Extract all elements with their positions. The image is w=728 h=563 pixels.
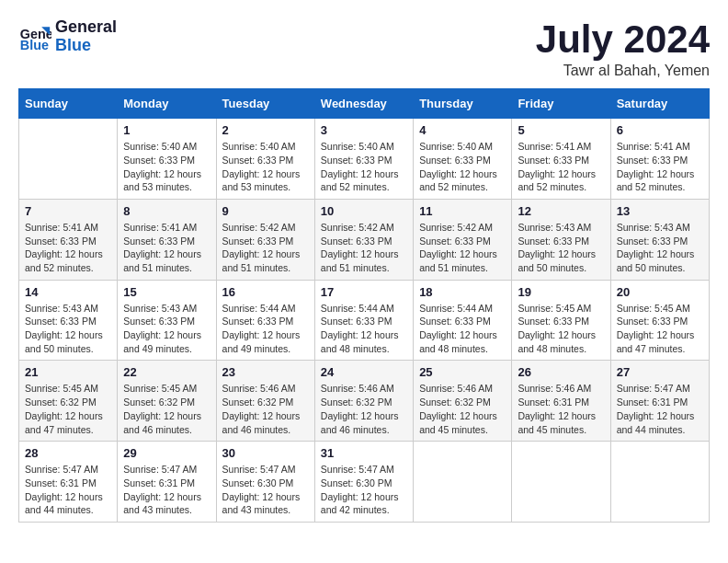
day-number: 27 [617,365,703,379]
cell-week4-day4: 24Sunrise: 5:46 AMSunset: 6:32 PMDayligh… [314,361,413,442]
day-number: 22 [123,365,210,379]
day-info: Sunrise: 5:47 AMSunset: 6:30 PMDaylight:… [222,463,309,517]
day-info: Sunrise: 5:40 AMSunset: 6:33 PMDaylight:… [419,140,506,194]
day-number: 15 [123,285,210,299]
day-number: 7 [25,204,111,218]
day-info: Sunrise: 5:47 AMSunset: 6:31 PMDaylight:… [123,463,210,517]
day-number: 24 [321,365,407,379]
cell-week3-day1: 14Sunrise: 5:43 AMSunset: 6:33 PMDayligh… [19,280,118,361]
day-info: Sunrise: 5:41 AMSunset: 6:33 PMDaylight:… [123,221,210,275]
day-info: Sunrise: 5:46 AMSunset: 6:31 PMDaylight:… [518,382,604,436]
day-info: Sunrise: 5:45 AMSunset: 6:33 PMDaylight:… [518,302,604,356]
day-info: Sunrise: 5:41 AMSunset: 6:33 PMDaylight:… [617,140,703,194]
cell-week2-day4: 10Sunrise: 5:42 AMSunset: 6:33 PMDayligh… [314,199,413,280]
day-info: Sunrise: 5:41 AMSunset: 6:33 PMDaylight:… [518,140,604,194]
header-day-monday: Monday [118,89,216,119]
logo-blue: Blue [55,37,117,55]
day-number: 18 [419,285,506,299]
day-info: Sunrise: 5:40 AMSunset: 6:33 PMDaylight:… [222,140,309,194]
cell-week2-day6: 12Sunrise: 5:43 AMSunset: 6:33 PMDayligh… [512,199,610,280]
day-info: Sunrise: 5:40 AMSunset: 6:33 PMDaylight:… [321,140,407,194]
day-number: 25 [419,365,506,379]
day-info: Sunrise: 5:43 AMSunset: 6:33 PMDaylight:… [617,221,703,275]
day-info: Sunrise: 5:40 AMSunset: 6:33 PMDaylight:… [123,140,210,194]
cell-week1-day1 [19,119,118,200]
day-number: 20 [617,285,703,299]
cell-week5-day3: 30Sunrise: 5:47 AMSunset: 6:30 PMDayligh… [216,442,314,523]
header: General Blue General Blue July 2024 Tawr… [18,18,710,79]
week-row-4: 21Sunrise: 5:45 AMSunset: 6:32 PMDayligh… [19,361,710,442]
day-info: Sunrise: 5:45 AMSunset: 6:32 PMDaylight:… [25,382,111,436]
day-info: Sunrise: 5:47 AMSunset: 6:30 PMDaylight:… [321,463,407,517]
logo-icon: General Blue [18,20,51,53]
day-number: 2 [222,123,309,137]
header-day-saturday: Saturday [610,89,709,119]
day-info: Sunrise: 5:46 AMSunset: 6:32 PMDaylight:… [321,382,407,436]
day-number: 28 [25,446,111,460]
day-number: 9 [222,204,309,218]
day-number: 11 [419,204,506,218]
cell-week4-day7: 27Sunrise: 5:47 AMSunset: 6:31 PMDayligh… [610,361,709,442]
day-info: Sunrise: 5:44 AMSunset: 6:33 PMDaylight:… [321,302,407,356]
cell-week1-day5: 4Sunrise: 5:40 AMSunset: 6:33 PMDaylight… [414,119,512,200]
cell-week4-day2: 22Sunrise: 5:45 AMSunset: 6:32 PMDayligh… [118,361,216,442]
cell-week1-day3: 2Sunrise: 5:40 AMSunset: 6:33 PMDaylight… [216,119,314,200]
cell-week3-day4: 17Sunrise: 5:44 AMSunset: 6:33 PMDayligh… [314,280,413,361]
day-number: 21 [25,365,111,379]
day-info: Sunrise: 5:41 AMSunset: 6:33 PMDaylight:… [25,221,111,275]
day-info: Sunrise: 5:46 AMSunset: 6:32 PMDaylight:… [419,382,506,436]
cell-week3-day6: 19Sunrise: 5:45 AMSunset: 6:33 PMDayligh… [512,280,610,361]
day-info: Sunrise: 5:44 AMSunset: 6:33 PMDaylight:… [222,302,309,356]
day-number: 10 [321,204,407,218]
logo-general: General [55,18,117,37]
day-number: 14 [25,285,111,299]
day-info: Sunrise: 5:42 AMSunset: 6:33 PMDaylight:… [321,221,407,275]
day-number: 29 [123,446,210,460]
day-number: 31 [321,446,407,460]
cell-week5-day4: 31Sunrise: 5:47 AMSunset: 6:30 PMDayligh… [314,442,413,523]
cell-week5-day7 [610,442,709,523]
cell-week1-day6: 5Sunrise: 5:41 AMSunset: 6:33 PMDaylight… [512,119,610,200]
cell-week5-day1: 28Sunrise: 5:47 AMSunset: 6:31 PMDayligh… [19,442,118,523]
day-number: 5 [518,123,604,137]
cell-week4-day1: 21Sunrise: 5:45 AMSunset: 6:32 PMDayligh… [19,361,118,442]
day-number: 3 [321,123,407,137]
day-number: 6 [617,123,703,137]
day-number: 23 [222,365,309,379]
week-row-5: 28Sunrise: 5:47 AMSunset: 6:31 PMDayligh… [19,442,710,523]
logo: General Blue General Blue [18,18,117,55]
cell-week5-day5 [414,442,512,523]
svg-text:Blue: Blue [20,38,49,52]
day-number: 19 [518,285,604,299]
cell-week4-day5: 25Sunrise: 5:46 AMSunset: 6:32 PMDayligh… [414,361,512,442]
week-row-2: 7Sunrise: 5:41 AMSunset: 6:33 PMDaylight… [19,199,710,280]
day-number: 26 [518,365,604,379]
main-title: July 2024 [536,18,710,61]
day-number: 12 [518,204,604,218]
cell-week5-day6 [512,442,610,523]
day-info: Sunrise: 5:45 AMSunset: 6:33 PMDaylight:… [617,302,703,356]
day-info: Sunrise: 5:43 AMSunset: 6:33 PMDaylight:… [25,302,111,356]
day-info: Sunrise: 5:44 AMSunset: 6:33 PMDaylight:… [419,302,506,356]
day-number: 4 [419,123,506,137]
header-day-thursday: Thursday [414,89,512,119]
day-number: 13 [617,204,703,218]
header-day-tuesday: Tuesday [216,89,314,119]
calendar-table: SundayMondayTuesdayWednesdayThursdayFrid… [18,88,710,523]
day-info: Sunrise: 5:45 AMSunset: 6:32 PMDaylight:… [123,382,210,436]
day-info: Sunrise: 5:46 AMSunset: 6:32 PMDaylight:… [222,382,309,436]
day-info: Sunrise: 5:43 AMSunset: 6:33 PMDaylight:… [518,221,604,275]
cell-week3-day3: 16Sunrise: 5:44 AMSunset: 6:33 PMDayligh… [216,280,314,361]
week-row-1: 1Sunrise: 5:40 AMSunset: 6:33 PMDaylight… [19,119,710,200]
day-number: 1 [123,123,210,137]
cell-week4-day3: 23Sunrise: 5:46 AMSunset: 6:32 PMDayligh… [216,361,314,442]
header-row: SundayMondayTuesdayWednesdayThursdayFrid… [19,89,710,119]
week-row-3: 14Sunrise: 5:43 AMSunset: 6:33 PMDayligh… [19,280,710,361]
cell-week4-day6: 26Sunrise: 5:46 AMSunset: 6:31 PMDayligh… [512,361,610,442]
header-day-friday: Friday [512,89,610,119]
day-number: 16 [222,285,309,299]
cell-week2-day2: 8Sunrise: 5:41 AMSunset: 6:33 PMDaylight… [118,199,216,280]
day-number: 17 [321,285,407,299]
cell-week3-day7: 20Sunrise: 5:45 AMSunset: 6:33 PMDayligh… [610,280,709,361]
day-info: Sunrise: 5:47 AMSunset: 6:31 PMDaylight:… [617,382,703,436]
